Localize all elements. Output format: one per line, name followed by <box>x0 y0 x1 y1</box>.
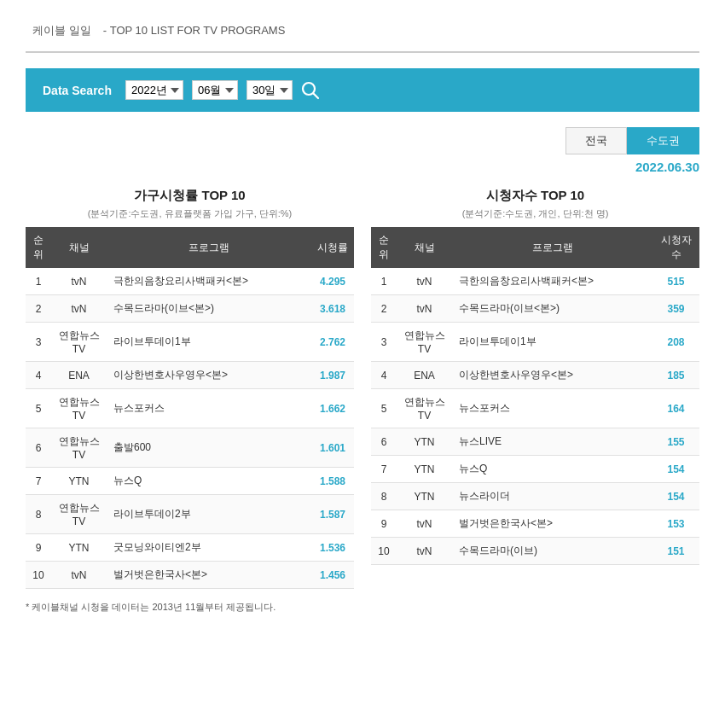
right-table-row: 2 tvN 수목드라마(이브<본>) 359 <box>371 295 699 323</box>
rank-cell: 9 <box>371 510 397 538</box>
right-table: 순위 채널 프로그램 시청자수 1 tvN 극한의음창요리사백패커<본> 515… <box>371 227 699 565</box>
left-table-row: 6 연합뉴스TV 출발600 1.601 <box>26 428 354 468</box>
program-cell: 극한의음창요리사백패커<본> <box>107 268 311 295</box>
left-table-row: 3 연합뉴스TV 라이브투데이1부 2.762 <box>26 323 354 362</box>
rank-cell: 9 <box>26 534 51 562</box>
left-table: 순위 채널 프로그램 시청률 1 tvN 극한의음창요리사백패커<본> 4.29… <box>26 227 354 589</box>
channel-cell: tvN <box>51 268 107 295</box>
right-table-row: 10 tvN 수목드라마(이브) 151 <box>371 538 699 565</box>
search-button[interactable] <box>301 81 320 100</box>
program-cell: 라이브투데이2부 <box>107 495 311 534</box>
channel-cell: tvN <box>397 268 452 295</box>
rating-cell: 3.618 <box>311 295 354 323</box>
program-cell: 라이브투데이1부 <box>107 323 311 362</box>
program-cell: 라이브투데이1부 <box>452 323 652 362</box>
search-label: Data Search <box>43 84 112 97</box>
left-table-row: 5 연합뉴스TV 뉴스포커스 1.662 <box>26 389 354 428</box>
right-table-row: 3 연합뉴스TV 라이브투데이1부 208 <box>371 323 699 362</box>
left-table-row: 8 연합뉴스TV 라이브투데이2부 1.587 <box>26 495 354 534</box>
channel-cell: YTN <box>397 428 452 456</box>
channel-cell: 연합뉴스TV <box>51 323 107 362</box>
left-header-rating: 시청률 <box>311 227 354 268</box>
viewers-cell: 164 <box>652 389 699 428</box>
date-label: 2022.06.30 <box>26 160 699 174</box>
rating-cell: 1.662 <box>311 389 354 428</box>
viewers-cell: 515 <box>652 268 699 295</box>
channel-cell: YTN <box>51 468 107 495</box>
right-header-viewers: 시청자수 <box>652 227 699 268</box>
program-cell: 수목드라마(이브<본>) <box>452 295 652 323</box>
right-header-program: 프로그램 <box>452 227 652 268</box>
rating-cell: 1.601 <box>311 428 354 468</box>
channel-cell: tvN <box>397 538 452 565</box>
left-table-subtitle: (분석기준:수도권, 유료플랫폼 가입 가구, 단위:%) <box>26 207 354 220</box>
tab-metropolitan[interactable]: 수도권 <box>627 127 699 154</box>
left-table-row: 9 YTN 굿모닝와이티엔2부 1.536 <box>26 534 354 562</box>
left-table-row: 4 ENA 이상한변호사우영우<본> 1.987 <box>26 362 354 389</box>
rank-cell: 1 <box>26 268 51 295</box>
tab-nationwide[interactable]: 전국 <box>566 127 627 154</box>
program-cell: 극한의음창요리사백패커<본> <box>452 268 652 295</box>
left-table-section: 가구시청률 TOP 10 (분석기준:수도권, 유료플랫폼 가입 가구, 단위:… <box>26 188 354 589</box>
tables-row: 가구시청률 TOP 10 (분석기준:수도권, 유료플랫폼 가입 가구, 단위:… <box>26 188 699 589</box>
rank-cell: 10 <box>371 538 397 565</box>
rank-cell: 1 <box>371 268 397 295</box>
rank-cell: 7 <box>26 468 51 495</box>
program-cell: 뉴스Q <box>107 468 311 495</box>
rating-cell: 1.588 <box>311 468 354 495</box>
rank-cell: 2 <box>371 295 397 323</box>
right-table-row: 6 YTN 뉴스LIVE 155 <box>371 428 699 456</box>
rank-cell: 3 <box>371 323 397 362</box>
rank-cell: 3 <box>26 323 51 362</box>
right-table-subtitle: (분석기준:수도권, 개인, 단위:천 명) <box>371 207 699 220</box>
search-bar: Data Search 2022년 2021년 2020년 01월02월03월0… <box>26 68 699 112</box>
month-select[interactable]: 01월02월03월04월 05월06월07월08월 09월10월11월12월 <box>192 80 238 100</box>
page-title-area: 케이블 일일 - TOP 10 LIST FOR TV PROGRAMS <box>26 17 699 53</box>
left-table-header-row: 순위 채널 프로그램 시청률 <box>26 227 354 268</box>
channel-cell: tvN <box>397 295 452 323</box>
channel-cell: 연합뉴스TV <box>51 428 107 468</box>
right-table-row: 5 연합뉴스TV 뉴스포커스 164 <box>371 389 699 428</box>
right-table-row: 1 tvN 극한의음창요리사백패커<본> 515 <box>371 268 699 295</box>
rating-cell: 1.536 <box>311 534 354 562</box>
right-table-row: 7 YTN 뉴스Q 154 <box>371 456 699 483</box>
channel-cell: tvN <box>397 510 452 538</box>
channel-cell: 연합뉴스TV <box>397 389 452 428</box>
right-table-row: 4 ENA 이상한변호사우영우<본> 185 <box>371 362 699 389</box>
left-table-row: 2 tvN 수목드라마(이브<본>) 3.618 <box>26 295 354 323</box>
program-cell: 뉴스포커스 <box>452 389 652 428</box>
channel-cell: tvN <box>51 295 107 323</box>
left-table-title: 가구시청률 TOP 10 <box>26 188 354 204</box>
program-cell: 뉴스LIVE <box>452 428 652 456</box>
rating-cell: 1.987 <box>311 362 354 389</box>
channel-cell: ENA <box>397 362 452 389</box>
right-header-channel: 채널 <box>397 227 452 268</box>
rank-cell: 2 <box>26 295 51 323</box>
day-select[interactable]: 01일02일03일04일 05일06일07일08일 09일10일11일12일 1… <box>246 80 293 100</box>
right-table-section: 시청자수 TOP 10 (분석기준:수도권, 개인, 단위:천 명) 순위 채널… <box>371 188 699 589</box>
rating-cell: 1.587 <box>311 495 354 534</box>
tab-area: 전국 수도권 <box>26 127 699 154</box>
year-select[interactable]: 2022년 2021년 2020년 <box>125 80 183 100</box>
program-cell: 출발600 <box>107 428 311 468</box>
rank-cell: 4 <box>371 362 397 389</box>
channel-cell: YTN <box>51 534 107 562</box>
rank-cell: 5 <box>26 389 51 428</box>
program-cell: 뉴스포커스 <box>107 389 311 428</box>
channel-cell: YTN <box>397 483 452 510</box>
right-table-row: 8 YTN 뉴스라이더 154 <box>371 483 699 510</box>
program-cell: 굿모닝와이티엔2부 <box>107 534 311 562</box>
viewers-cell: 151 <box>652 538 699 565</box>
program-cell: 뉴스Q <box>452 456 652 483</box>
channel-cell: ENA <box>51 362 107 389</box>
program-cell: 수목드라마(이브) <box>452 538 652 565</box>
program-cell: 이상한변호사우영우<본> <box>107 362 311 389</box>
rating-cell: 4.295 <box>311 268 354 295</box>
left-table-row: 1 tvN 극한의음창요리사백패커<본> 4.295 <box>26 268 354 295</box>
left-table-row: 7 YTN 뉴스Q 1.588 <box>26 468 354 495</box>
viewers-cell: 359 <box>652 295 699 323</box>
viewers-cell: 154 <box>652 456 699 483</box>
rank-cell: 7 <box>371 456 397 483</box>
channel-cell: 연합뉴스TV <box>51 495 107 534</box>
viewers-cell: 155 <box>652 428 699 456</box>
